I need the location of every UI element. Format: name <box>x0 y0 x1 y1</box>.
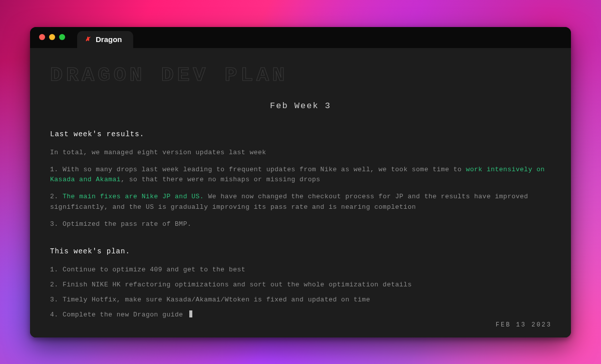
maximize-icon[interactable] <box>59 34 65 40</box>
text: Optimized the pass rate of BMP. <box>63 220 191 228</box>
document-body: DRAGON DEV PLAN Feb Week 3 Last week's r… <box>30 48 571 337</box>
minimize-icon[interactable] <box>49 34 55 40</box>
section-heading-plan: This week's plan. <box>50 246 551 257</box>
page-subtitle: Feb Week 3 <box>50 100 551 113</box>
section-heading-results: Last week's results. <box>50 129 551 140</box>
plan-item: 4. Complete the new Dragon guide <box>50 310 551 320</box>
close-icon[interactable] <box>39 34 45 40</box>
plan-item: 2. Finish NIKE HK refactoring optimizati… <box>50 280 551 290</box>
list-num: 1. <box>50 166 59 173</box>
results-item: 2. The main fixes are Nike JP and US. We… <box>50 192 551 212</box>
highlight: The main fixes are Nike JP and US. <box>63 193 204 200</box>
plan-item: 1. Continue to optimize 409 and get to t… <box>50 265 551 275</box>
text: With so many drops last week leading to … <box>63 166 466 173</box>
text: 4. Complete the new Dragon guide <box>50 311 183 318</box>
plan-item: 3. Timely Hotfix, make sure Kasada/Akama… <box>50 295 551 305</box>
list-num: 3. <box>50 220 59 228</box>
dragon-icon <box>84 35 92 44</box>
tab-dragon[interactable]: Dragon <box>77 31 133 48</box>
window-controls <box>39 34 65 40</box>
titlebar: Dragon <box>30 27 571 48</box>
results-item: 1. With so many drops last week leading … <box>50 165 551 185</box>
results-item: 3. Optimized the pass rate of BMP. <box>50 219 551 229</box>
text: , so that there were no mishaps or missi… <box>121 176 320 183</box>
list-num: 2. <box>50 193 59 200</box>
footer-date: FEB 13 2023 <box>496 320 552 329</box>
cursor-icon <box>189 310 192 317</box>
results-intro: In total, we managed eight version updat… <box>50 148 551 158</box>
page-title: DRAGON DEV PLAN <box>50 61 571 90</box>
app-window: Dragon DRAGON DEV PLAN Feb Week 3 Last w… <box>30 27 571 337</box>
tab-title: Dragon <box>96 35 122 44</box>
